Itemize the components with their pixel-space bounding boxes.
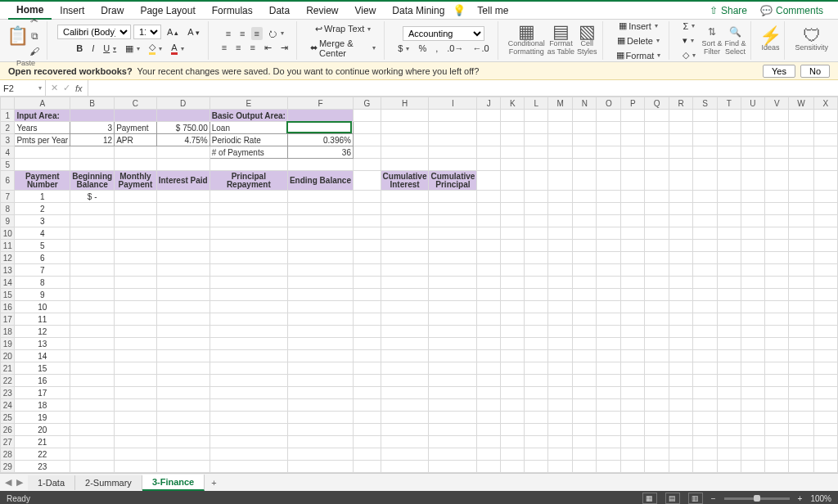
decrease-decimal-button[interactable]: ←.0 xyxy=(469,42,492,55)
cell-C13[interactable] xyxy=(115,264,157,277)
cell-Q8[interactable] xyxy=(645,203,669,215)
zoom-slider[interactable] xyxy=(724,497,790,500)
cell-A18[interactable]: 12 xyxy=(15,326,70,338)
cell-D20[interactable] xyxy=(156,350,210,362)
cell-A9[interactable]: 3 xyxy=(15,215,70,227)
cell-L26[interactable] xyxy=(525,424,548,436)
cell-N18[interactable] xyxy=(573,326,597,338)
cell-T10[interactable] xyxy=(717,227,741,240)
cell-E18[interactable] xyxy=(210,326,287,338)
cell-W12[interactable] xyxy=(789,252,813,264)
cell-C6[interactable]: Monthly Payment xyxy=(115,171,157,191)
cell-I9[interactable] xyxy=(429,215,477,227)
cell-B10[interactable] xyxy=(70,227,115,240)
increase-font-button[interactable]: A▴ xyxy=(164,25,182,38)
cell-Q17[interactable] xyxy=(645,313,669,326)
cell-D9[interactable] xyxy=(156,215,210,227)
cell-K9[interactable] xyxy=(501,215,525,227)
col-header-H[interactable]: H xyxy=(381,97,429,110)
cell-X8[interactable] xyxy=(813,203,837,215)
cell-H13[interactable] xyxy=(381,264,429,277)
cell-D12[interactable] xyxy=(156,252,210,264)
cell-H21[interactable] xyxy=(381,362,429,375)
cell-F24[interactable] xyxy=(287,399,353,412)
zoom-in-button[interactable]: + xyxy=(798,494,803,503)
comma-button[interactable]: , xyxy=(432,42,441,55)
cell-V10[interactable] xyxy=(765,227,789,240)
cell-O24[interactable] xyxy=(597,399,621,412)
cell-X15[interactable] xyxy=(813,289,837,301)
cell-K23[interactable] xyxy=(501,387,525,399)
cell-P22[interactable] xyxy=(621,375,645,387)
cell-A28[interactable]: 22 xyxy=(15,448,70,461)
cell-E8[interactable] xyxy=(210,203,287,215)
cell-L15[interactable] xyxy=(525,289,548,301)
cell-R21[interactable] xyxy=(669,362,692,375)
cell-J15[interactable] xyxy=(477,289,501,301)
cell-P3[interactable] xyxy=(621,134,645,146)
cell-D2[interactable]: $ 750.00 xyxy=(156,122,210,134)
cell-H17[interactable] xyxy=(381,313,429,326)
cell-T22[interactable] xyxy=(717,375,741,387)
cell-P6[interactable] xyxy=(621,171,645,191)
cell-D4[interactable] xyxy=(156,146,210,159)
cell-X14[interactable] xyxy=(813,277,837,289)
cell-P18[interactable] xyxy=(621,326,645,338)
cell-K21[interactable] xyxy=(501,362,525,375)
cell-O20[interactable] xyxy=(597,350,621,362)
cell-F22[interactable] xyxy=(287,375,353,387)
cell-J14[interactable] xyxy=(477,277,501,289)
cell-I24[interactable] xyxy=(429,399,477,412)
cell-O16[interactable] xyxy=(597,301,621,313)
cell-M1[interactable] xyxy=(548,110,573,122)
cell-T2[interactable] xyxy=(717,122,741,134)
cell-U15[interactable] xyxy=(741,289,764,301)
cell-L2[interactable] xyxy=(525,122,548,134)
row-header-11[interactable]: 11 xyxy=(1,240,15,252)
row-header-30[interactable]: 30 xyxy=(1,473,15,474)
cell-M23[interactable] xyxy=(548,387,573,399)
cell-N17[interactable] xyxy=(573,313,597,326)
cell-P29[interactable] xyxy=(621,461,645,473)
cell-Q21[interactable] xyxy=(645,362,669,375)
cell-Q22[interactable] xyxy=(645,375,669,387)
cell-W4[interactable] xyxy=(789,146,813,159)
cell-N26[interactable] xyxy=(573,424,597,436)
tab-insert[interactable]: Insert xyxy=(52,2,92,19)
cell-E2[interactable]: Loan xyxy=(210,122,287,134)
format-as-table-button[interactable]: ▤Format as Table xyxy=(547,25,574,56)
cell-C24[interactable] xyxy=(115,399,157,412)
cell-N16[interactable] xyxy=(573,301,597,313)
font-size-select[interactable]: 11 xyxy=(133,25,161,39)
cell-F19[interactable] xyxy=(287,338,353,350)
cell-N19[interactable] xyxy=(573,338,597,350)
cell-R27[interactable] xyxy=(669,436,692,448)
cell-R9[interactable] xyxy=(669,215,692,227)
cell-B26[interactable] xyxy=(70,424,115,436)
cell-G19[interactable] xyxy=(353,338,381,350)
cell-J6[interactable] xyxy=(477,171,501,191)
cell-G22[interactable] xyxy=(353,375,381,387)
font-name-select[interactable]: Calibri (Body) xyxy=(57,25,131,39)
cell-M30[interactable] xyxy=(548,473,573,474)
cell-B20[interactable] xyxy=(70,350,115,362)
conditional-formatting-button[interactable]: ▦Conditional Formatting xyxy=(508,25,545,56)
cell-N7[interactable] xyxy=(573,191,597,203)
name-box[interactable]: F2▾ xyxy=(0,80,46,96)
cell-B14[interactable] xyxy=(70,277,115,289)
cell-H10[interactable] xyxy=(381,227,429,240)
cell-L10[interactable] xyxy=(525,227,548,240)
cell-G16[interactable] xyxy=(353,301,381,313)
cell-O11[interactable] xyxy=(597,240,621,252)
tab-review[interactable]: Review xyxy=(298,2,346,19)
cell-M2[interactable] xyxy=(548,122,573,134)
cell-P1[interactable] xyxy=(621,110,645,122)
cell-S16[interactable] xyxy=(693,301,717,313)
cell-K19[interactable] xyxy=(501,338,525,350)
cell-Q4[interactable] xyxy=(645,146,669,159)
cell-B23[interactable] xyxy=(70,387,115,399)
cell-H5[interactable] xyxy=(381,159,429,171)
cell-J23[interactable] xyxy=(477,387,501,399)
cell-N9[interactable] xyxy=(573,215,597,227)
cell-V16[interactable] xyxy=(765,301,789,313)
